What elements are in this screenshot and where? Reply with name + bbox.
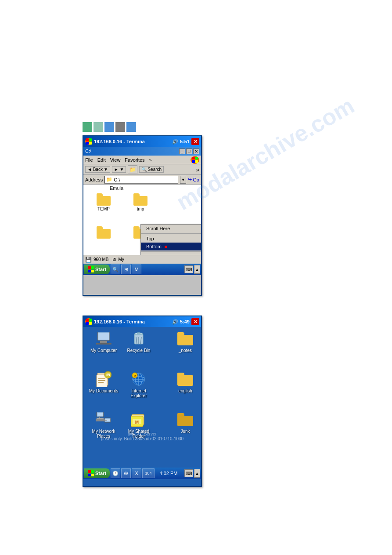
start-logo-icon — [88, 266, 94, 272]
status-size: 960 MB — [94, 257, 108, 262]
taskbar-m-icon[interactable]: M — [132, 265, 141, 274]
tmp-folder-label: tmp — [137, 207, 144, 211]
taskbar2-excel-icon[interactable]: X — [132, 468, 141, 478]
window2-time: 4:02 PM — [160, 471, 178, 476]
notes-img — [177, 330, 194, 347]
window1-titlebar: 192.168.0.16 - Termina 🔊 5:51 ✕ — [83, 136, 201, 147]
ctx-scroll-here[interactable]: Scroll Here — [141, 225, 201, 232]
svg-rect-26 — [97, 413, 103, 416]
recycle-bin-img — [130, 330, 147, 347]
svg-rect-32 — [97, 418, 104, 419]
search-button[interactable]: 🔍 Search — [139, 166, 164, 173]
keyboard2-button[interactable]: ⌨ — [184, 469, 193, 477]
window2-title: 192.168.0.16 - Termina — [94, 319, 172, 324]
junk-img — [177, 411, 194, 428]
window1-toolbar: ◄ Back ▼ ► ▼ 📁 🔍 Search » — [83, 164, 201, 175]
color-squares-toolbar — [83, 122, 136, 132]
taskbar2-184-icon[interactable]: 184 — [142, 468, 155, 478]
ctx-bottom[interactable]: Bottom — [141, 243, 201, 250]
window2-container: 192.168.0.16 - Termina 🔊 5:49 ✕ My Compu… — [83, 316, 202, 487]
folder2-icon[interactable] — [90, 226, 117, 239]
svg-text:✉: ✉ — [106, 373, 110, 377]
notes-label: _notes — [179, 348, 192, 353]
window1-menu-logo — [191, 156, 199, 164]
taskbar2-word-icon[interactable]: W — [121, 468, 131, 478]
window2-start-button[interactable]: Start — [84, 468, 110, 478]
forward-button[interactable]: ► ▼ — [112, 166, 126, 173]
window2-logo — [85, 318, 92, 325]
temp-folder-img — [97, 193, 111, 206]
temp-folder-icon[interactable]: TEMP — [90, 193, 117, 211]
recycle-bin-label: Recycle Bin — [127, 348, 151, 353]
junk-icon[interactable]: Junk — [169, 411, 201, 434]
back-button[interactable]: ◄ Back ▼ — [85, 166, 110, 173]
window1-time: 5:51 — [180, 139, 190, 144]
start-label: Start — [95, 267, 106, 272]
up-folder-button[interactable]: 📁 — [128, 165, 137, 174]
taskbar2-keyboard-area: ⌨ ▲ — [184, 469, 200, 478]
window1-maximize-btn[interactable]: □ — [186, 149, 192, 154]
build-info-line2: poses only. Build 3505.idx02.010710-1030 — [83, 436, 201, 441]
address-dropdown[interactable]: ▼ — [180, 176, 186, 184]
status-disk-icon: 💾 — [85, 257, 92, 263]
window1-inner-title: C:\ — [85, 149, 91, 154]
notes-icon[interactable]: _notes — [169, 330, 201, 353]
recycle-bin-icon[interactable]: Recycle Bin — [123, 330, 155, 353]
window1-close-button[interactable]: ✕ — [191, 138, 199, 145]
svg-rect-13 — [98, 380, 105, 381]
start2-label: Start — [95, 471, 106, 476]
svg-rect-2 — [100, 341, 107, 343]
menu-file[interactable]: File — [85, 157, 93, 163]
taskbar-search-icon[interactable]: 🔍 — [111, 265, 120, 274]
context-menu: Scroll Here Top Bottom Page Up Page Down… — [140, 224, 201, 255]
mycomputer-icon[interactable]: My Computer — [88, 330, 119, 353]
ctx-top[interactable]: Top — [141, 235, 201, 243]
window1-minimize-btn[interactable]: _ — [179, 149, 185, 154]
mydocuments-img: ✉ — [95, 371, 112, 388]
window2-titlebar: 192.168.0.16 - Termina 🔊 5:49 ✕ — [83, 316, 201, 327]
window2-close-button[interactable]: ✕ — [191, 318, 199, 325]
mycomputer-img — [95, 330, 112, 347]
start2-logo-icon — [88, 470, 94, 476]
teal-square — [94, 122, 103, 132]
taskbar-keyboard-area: ⌨ ▲ — [184, 265, 200, 274]
blue-square — [104, 122, 114, 132]
ie-label: Internet Explorer — [123, 388, 155, 398]
menu-view[interactable]: View — [110, 157, 121, 163]
address-input[interactable]: 📁 C:\ — [104, 176, 178, 184]
window1-taskbar: Start 🔍 ⊞ M ⌨ ▲ — [83, 264, 201, 275]
english-icon[interactable]: english — [169, 371, 201, 393]
window1-close-btn[interactable]: ✕ — [193, 149, 199, 154]
taskbar2-clock-icon[interactable]: 🕐 — [111, 468, 120, 478]
window1-inner-titlebar: C:\ _ □ ✕ — [83, 147, 201, 156]
window1-container: 192.168.0.16 - Termina 🔊 5:51 ✕ C:\ _ □ … — [83, 135, 202, 296]
window1-logo — [85, 138, 92, 145]
scroll2-up-arrow[interactable]: ▲ — [194, 469, 200, 478]
ctx-sep2 — [141, 251, 201, 252]
mydocuments-icon[interactable]: ✉ My Documents — [88, 371, 119, 393]
window1-volume: 🔊 — [172, 139, 178, 145]
menu-more[interactable]: » — [149, 157, 152, 163]
ie-icon[interactable]: e Internet Explorer — [123, 371, 155, 398]
menu-favorites[interactable]: Favorites — [125, 157, 144, 163]
scroll-up-arrow[interactable]: ▲ — [194, 265, 200, 274]
tmp-folder-icon[interactable]: tmp — [127, 193, 154, 211]
window2-taskbar: Start 🕐 W X 184 4:02 PM ⌨ ▲ — [83, 468, 201, 479]
address-folder-icon: 📁 — [106, 177, 112, 182]
window1-menubar: File Edit View Favorites » — [83, 156, 201, 164]
temp-folder-label: TEMP — [97, 207, 110, 211]
english-label: english — [178, 388, 192, 393]
go-button[interactable]: ↪ Go — [188, 177, 199, 182]
green-square — [83, 122, 92, 132]
ctx-pageup[interactable]: Page Up — [141, 253, 201, 255]
tmp-folder-img — [133, 193, 147, 206]
menu-edit[interactable]: Edit — [97, 157, 106, 163]
english-img — [177, 371, 194, 388]
go-arrow-icon: ↪ — [188, 177, 192, 182]
taskbar-grid-icon[interactable]: ⊞ — [121, 265, 131, 274]
mydocuments-label: My Documents — [89, 388, 119, 393]
expand-button[interactable]: » — [196, 166, 199, 173]
window1-start-button[interactable]: Start — [84, 265, 110, 274]
svg-text:M: M — [135, 420, 139, 425]
keyboard-button[interactable]: ⌨ — [184, 265, 193, 273]
